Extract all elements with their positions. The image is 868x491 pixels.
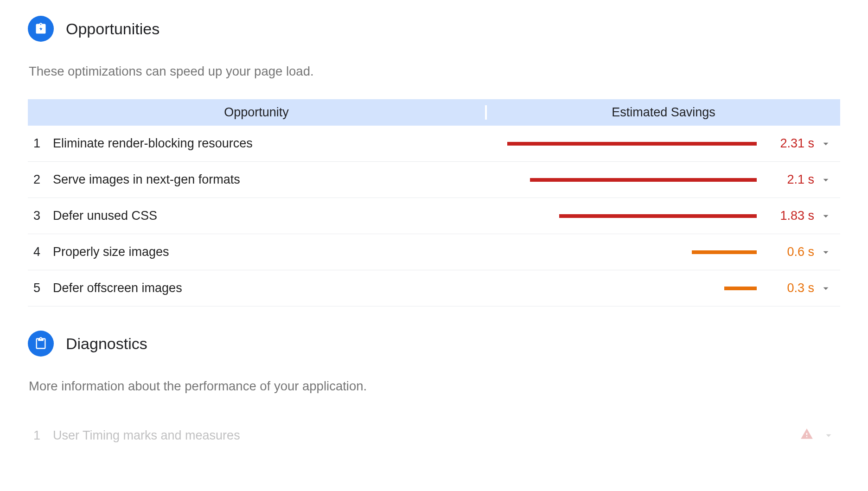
row-number: 2 <box>28 172 53 187</box>
opportunity-label: Defer unused CSS <box>53 209 487 223</box>
opportunity-label: Serve images in next-gen formats <box>53 172 487 187</box>
savings-bar-area <box>487 250 765 254</box>
opportunity-row[interactable]: 2Serve images in next-gen formats2.1 s <box>28 162 840 198</box>
chevron-down-icon[interactable] <box>814 282 837 294</box>
opportunity-row[interactable]: 3Defer unused CSS1.83 s <box>28 198 840 234</box>
warning-icon <box>800 427 817 444</box>
savings-bar-area <box>487 178 765 182</box>
chevron-down-icon[interactable] <box>814 138 837 150</box>
opportunity-label: Eliminate render-blocking resources <box>53 136 487 151</box>
chevron-down-icon[interactable] <box>814 246 837 258</box>
row-number: 5 <box>28 281 53 295</box>
row-number: 1 <box>28 136 53 151</box>
savings-time: 0.3 s <box>765 281 814 295</box>
savings-bar-area <box>487 142 765 146</box>
savings-bar-area <box>487 214 765 218</box>
opportunity-row[interactable]: 1Eliminate render-blocking resources2.31… <box>28 126 840 162</box>
savings-bar <box>530 178 757 182</box>
sparkle-icon <box>28 16 54 42</box>
row-number: 4 <box>28 245 53 259</box>
column-header-opportunity: Opportunity <box>28 105 487 120</box>
opportunities-table: Opportunity Estimated Savings 1Eliminate… <box>28 99 840 306</box>
diagnostics-header: Diagnostics <box>28 331 840 357</box>
savings-bar-area <box>487 287 765 290</box>
savings-bar <box>692 250 757 254</box>
diagnostics-title: Diagnostics <box>66 335 147 353</box>
savings-time: 1.83 s <box>765 209 814 223</box>
opportunity-row[interactable]: 4Properly size images0.6 s <box>28 234 840 270</box>
opportunities-title: Opportunities <box>66 20 160 38</box>
savings-time: 2.1 s <box>765 172 814 187</box>
opportunities-subtitle: These optimizations can speed up your pa… <box>29 64 840 79</box>
diagnostics-subtitle: More information about the performance o… <box>29 379 840 394</box>
savings-bar <box>559 214 757 218</box>
savings-bar <box>507 142 757 146</box>
opportunities-header: Opportunities <box>28 16 840 42</box>
chevron-down-icon[interactable] <box>814 174 837 186</box>
savings-time: 0.6 s <box>765 245 814 259</box>
chevron-down-icon[interactable] <box>817 429 840 441</box>
opportunity-label: Defer offscreen images <box>53 281 487 295</box>
savings-bar <box>724 287 757 290</box>
clipboard-icon <box>28 331 54 357</box>
row-number: 3 <box>28 209 53 223</box>
column-header-savings: Estimated Savings <box>487 105 840 120</box>
savings-time: 2.31 s <box>765 136 814 151</box>
opportunity-row[interactable]: 5Defer offscreen images0.3 s <box>28 270 840 306</box>
opportunity-label: Properly size images <box>53 245 487 259</box>
diagnostic-label: User Timing marks and measures <box>53 428 800 443</box>
row-number: 1 <box>28 428 53 443</box>
opportunities-table-header: Opportunity Estimated Savings <box>28 99 840 126</box>
diagnostic-row[interactable]: 1User Timing marks and measures <box>28 419 840 452</box>
chevron-down-icon[interactable] <box>814 210 837 222</box>
